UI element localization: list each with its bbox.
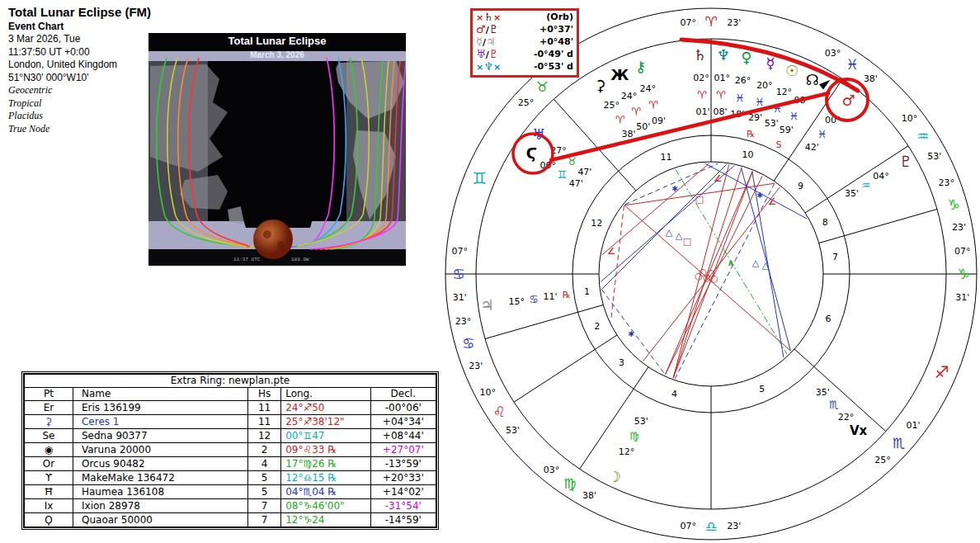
- svg-text:Vx: Vx: [850, 423, 868, 438]
- aspect-glyph-icon: △: [762, 260, 770, 271]
- svg-text:♑: ♑: [957, 266, 969, 282]
- svg-text:23': 23': [952, 222, 966, 233]
- svg-text:♒: ♒: [861, 179, 871, 191]
- svg-text:47': 47': [569, 178, 583, 189]
- orb-legend-row: ♂/♇+0°37': [476, 24, 573, 36]
- svg-text:20°: 20°: [756, 80, 773, 91]
- aspect-glyph-icon: ∠: [768, 196, 776, 207]
- aspect-glyph-icon: △: [676, 230, 683, 241]
- svg-text:53': 53': [927, 151, 941, 162]
- svg-text:08': 08': [713, 106, 727, 117]
- svg-text:53': 53': [634, 416, 648, 427]
- svg-text:50': 50': [636, 121, 650, 132]
- house-number: 7: [832, 252, 838, 262]
- cusp-label-house-2: 23°♋23': [455, 316, 483, 371]
- orb-legend-row: ×♆×-0°53' d: [476, 61, 573, 73]
- svg-text:♄: ♄: [694, 46, 707, 64]
- planet-neptune[interactable]: ♆01°♈08': [713, 46, 730, 117]
- planet-pluto[interactable]: ♇04°♒35': [845, 153, 912, 199]
- aspect-glyph-icon: ∗: [756, 190, 763, 201]
- astrology-wheel[interactable]: 07°♋31'23°♋23'10°♌53'03°♍38'07°♎23'25°♏0…: [0, 0, 980, 543]
- svg-text:53': 53': [765, 118, 779, 129]
- svg-text:℞: ℞: [747, 129, 755, 139]
- svg-text:☽: ☽: [608, 468, 621, 485]
- aspect-glyph-icon: △: [666, 227, 673, 238]
- cusp-label-house-4: 03°♍38': [544, 465, 596, 501]
- svg-text:01°: 01°: [714, 73, 731, 83]
- cusp-label-house-5: 07°♎23': [681, 518, 742, 535]
- planet-jupiter[interactable]: ♃15°♋11'℞: [481, 290, 571, 314]
- svg-text:♏: ♏: [829, 399, 839, 411]
- house-number: 10: [742, 149, 753, 160]
- aspect-glyph-icon: △: [752, 257, 760, 268]
- svg-text:23': 23': [727, 521, 741, 531]
- house-number: 6: [825, 314, 831, 324]
- house-cusp-line: [819, 209, 937, 243]
- svg-text:♓: ♓: [789, 110, 799, 122]
- svg-text:♋: ♋: [452, 266, 464, 282]
- orb-legend-header: ×♄×(Orb): [476, 12, 573, 24]
- svg-text:23°: 23°: [939, 177, 955, 188]
- svg-text:♋: ♋: [462, 335, 474, 352]
- svg-text:♓: ♓: [755, 96, 765, 108]
- svg-text:01': 01': [907, 420, 921, 431]
- svg-text:07°: 07°: [681, 17, 697, 28]
- svg-text:59': 59': [780, 125, 794, 135]
- house-number: 5: [759, 384, 765, 394]
- house-number: 8: [822, 217, 828, 228]
- svg-text:♓: ♓: [735, 92, 745, 104]
- aspect-glyph-icon: ∠: [714, 173, 722, 184]
- svg-text:07°: 07°: [452, 246, 469, 257]
- svg-text:22°: 22°: [838, 412, 855, 423]
- planet-ceres[interactable]: ⚳25°♈38': [595, 77, 636, 140]
- svg-text:♓: ♓: [846, 56, 858, 73]
- orb-legend[interactable]: ×♄×(Orb)♂/♇+0°37'☿/♃+0°48'♅/♇-0°49' d×♆×…: [470, 8, 579, 78]
- svg-text:47': 47': [577, 167, 591, 177]
- aspect-glyph-icon: ○: [710, 273, 719, 284]
- svg-text:♈: ♈: [631, 106, 641, 118]
- app-window: Total Lunar Eclipse (FM) Event Chart 3 M…: [0, 0, 980, 543]
- svg-text:♍: ♍: [563, 475, 576, 492]
- house-number: 2: [594, 321, 600, 332]
- cusp-label-house-7: 07°♑31': [954, 246, 971, 302]
- svg-text:01': 01': [696, 106, 710, 117]
- svg-text:⚳: ⚳: [595, 77, 605, 94]
- svg-text:02°: 02°: [693, 73, 709, 83]
- svg-text:♈: ♈: [615, 114, 625, 126]
- svg-text:♈: ♈: [704, 13, 717, 30]
- svg-text:♈: ♈: [697, 89, 707, 102]
- svg-text:11': 11': [543, 291, 557, 302]
- svg-text:♇: ♇: [899, 153, 912, 170]
- svg-text:12°: 12°: [776, 87, 793, 97]
- svg-text:⚷: ⚷: [635, 58, 646, 75]
- svg-text:S: S: [776, 139, 782, 150]
- svg-text:23': 23': [469, 361, 483, 371]
- svg-text:♊: ♊: [558, 168, 568, 181]
- svg-text:☊: ☊: [806, 71, 819, 88]
- planet-venus[interactable]: ♀26°♓18': [730, 49, 751, 119]
- svg-text:31': 31': [453, 292, 467, 303]
- svg-text:38': 38': [582, 490, 596, 501]
- svg-text:Ж: Ж: [610, 66, 629, 83]
- house-cusp-line: [805, 146, 908, 213]
- svg-text:♆: ♆: [717, 46, 730, 64]
- svg-text:15°: 15°: [509, 296, 525, 307]
- svg-text:35': 35': [816, 387, 830, 398]
- house-number: 12: [591, 218, 602, 229]
- svg-text:38': 38': [621, 129, 635, 139]
- svg-text:03°: 03°: [544, 465, 560, 475]
- zodiac-sign-icon: ♊: [472, 168, 487, 188]
- planet-saturn[interactable]: ♄02°♈01': [693, 46, 709, 117]
- aspect-glyph-icon: □: [683, 236, 691, 247]
- house-number: 9: [798, 181, 803, 191]
- aspect-glyph-icon: ∗: [671, 183, 678, 194]
- planet-vertex[interactable]: Vx22°♏35': [816, 387, 868, 438]
- svg-text:42': 42': [805, 142, 819, 153]
- planet-moon[interactable]: ☽12°♍53': [608, 416, 648, 485]
- svg-text:☿: ☿: [766, 54, 775, 72]
- svg-text:23': 23': [727, 17, 741, 28]
- svg-text:♒: ♒: [916, 128, 929, 144]
- svg-text:♀: ♀: [741, 49, 751, 66]
- svg-text:25°: 25°: [603, 100, 620, 111]
- house-cusp-line: [514, 335, 617, 402]
